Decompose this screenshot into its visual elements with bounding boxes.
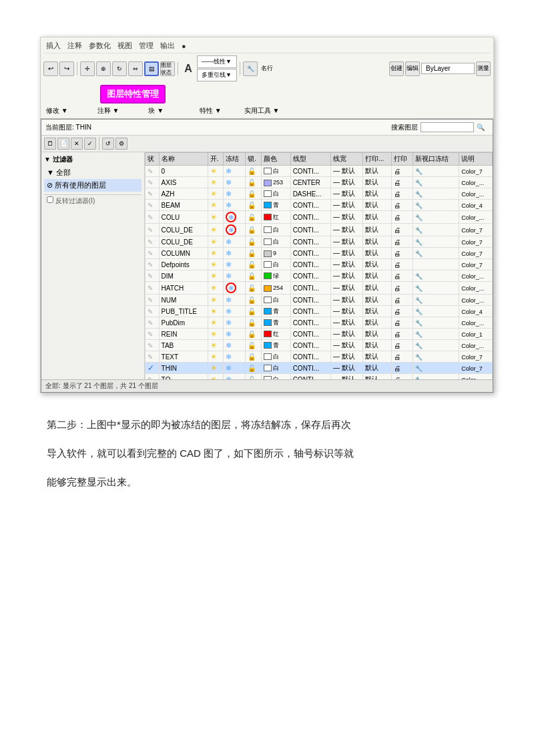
cell-color[interactable]: 253	[262, 177, 291, 188]
cell-linetype[interactable]: CONTI...	[290, 200, 330, 211]
cell-on[interactable]: ☀	[208, 188, 224, 200]
cell-print[interactable]: 🖨	[391, 236, 413, 248]
print-icon[interactable]: 🖨	[394, 190, 400, 198]
new-vp-icon[interactable]: 🔧	[415, 365, 423, 372]
cell-freeze[interactable]: ❄	[224, 188, 246, 200]
cell-linewidth[interactable]: — 默认	[330, 188, 362, 200]
cell-new-vp[interactable]: 🔧	[413, 166, 459, 177]
col-desc[interactable]: 说明	[459, 153, 493, 166]
cell-new-vp[interactable]: 🔧	[413, 188, 459, 200]
freeze-icon[interactable]: ❄	[226, 364, 232, 372]
cell-linetype[interactable]: CONTI...	[290, 224, 330, 236]
cell-new-vp[interactable]: 🔧	[413, 374, 459, 380]
cell-new-vp[interactable]: 🔧	[413, 329, 459, 340]
lock-icon[interactable]: 🔓	[248, 226, 256, 234]
cell-color[interactable]: 白	[262, 259, 291, 270]
cell-color[interactable]: 白	[262, 295, 291, 306]
cell-linetype[interactable]: CONTI...	[290, 211, 330, 224]
cell-color[interactable]: 254	[262, 282, 291, 295]
new-vp-icon[interactable]: 🔧	[415, 331, 423, 338]
color-swatch[interactable]	[264, 272, 272, 279]
cell-new-vp[interactable]: 🔧	[413, 236, 459, 248]
on-icon[interactable]: ☀	[210, 272, 217, 280]
col-freeze[interactable]: 冻结	[224, 153, 246, 166]
freeze-icon[interactable]: ❄	[226, 375, 232, 380]
print-icon[interactable]: 🖨	[394, 285, 400, 292]
print-icon[interactable]: 🖨	[394, 365, 400, 372]
cell-lock[interactable]: 🔓	[246, 200, 262, 211]
cell-on[interactable]: ☀	[208, 317, 224, 329]
cell-color[interactable]: 红	[262, 211, 291, 224]
new-vp-icon[interactable]: 🔧	[415, 250, 423, 257]
col-new-vp[interactable]: 新视口冻结	[413, 153, 459, 166]
cell-color[interactable]: 白	[262, 166, 291, 177]
print-icon[interactable]: 🖨	[394, 250, 400, 257]
cell-linetype[interactable]: CONTI...	[290, 282, 330, 295]
lock-icon[interactable]: 🔓	[248, 179, 256, 186]
cell-new-vp[interactable]: 🔧	[413, 340, 459, 351]
cell-print[interactable]: 🖨	[391, 282, 413, 295]
freeze-icon-highlighted[interactable]: ❄	[226, 282, 236, 293]
cell-print[interactable]: 🖨	[391, 317, 413, 329]
color-swatch[interactable]	[264, 190, 272, 197]
cell-freeze[interactable]: ❄	[224, 224, 246, 236]
new-vp-icon[interactable]: 🔧	[415, 214, 423, 221]
cell-freeze[interactable]: ❄	[224, 259, 246, 270]
lock-icon[interactable]: 🔓	[248, 319, 256, 327]
print-icon[interactable]: 🖨	[394, 214, 400, 221]
new-vp-icon[interactable]: 🔧	[415, 273, 423, 280]
cell-color[interactable]: 白	[262, 351, 291, 363]
cell-on[interactable]: ☀	[208, 211, 224, 224]
create-btn[interactable]: 创建	[389, 61, 404, 76]
cell-new-vp[interactable]: 🔧	[413, 295, 459, 306]
cell-on[interactable]: ☀	[208, 224, 224, 236]
table-row[interactable]: ✎REIN☀❄🔓红CONTI...— 默认默认🖨🔧Color_1	[146, 329, 493, 340]
cell-linewidth[interactable]: — 默认	[330, 351, 362, 363]
cell-freeze[interactable]: ❄	[224, 236, 246, 248]
lock-icon[interactable]: 🔓	[248, 285, 256, 292]
undo-btn[interactable]: ↩	[43, 61, 58, 76]
color-swatch[interactable]	[264, 261, 272, 268]
print-icon[interactable]: 🖨	[394, 226, 400, 234]
lock-icon[interactable]: 🔓	[248, 331, 256, 338]
color-swatch[interactable]	[264, 353, 272, 360]
cell-color[interactable]: 白	[262, 363, 291, 374]
cell-new-vp[interactable]: 🔧	[413, 270, 459, 282]
cell-linewidth[interactable]: — 默认	[330, 211, 362, 224]
new-vp-icon[interactable]: 🔧	[415, 168, 423, 175]
freeze-icon[interactable]: ❄	[226, 201, 232, 209]
cell-print[interactable]: 🖨	[391, 200, 413, 211]
search-icon[interactable]: 🔍	[477, 124, 485, 131]
new-layer-btn[interactable]: 🗒	[44, 138, 56, 150]
new-vp-icon[interactable]: 🔧	[415, 354, 423, 361]
cell-lock[interactable]: 🔓	[246, 248, 262, 259]
cell-new-vp[interactable]: 🔧	[413, 224, 459, 236]
print-icon[interactable]: 🖨	[394, 272, 400, 280]
color-swatch[interactable]	[264, 250, 272, 257]
cell-on[interactable]: ☀	[208, 329, 224, 340]
cell-color[interactable]: 9	[262, 248, 291, 259]
cell-color[interactable]: 红	[262, 329, 291, 340]
cell-on[interactable]: ☀	[208, 166, 224, 177]
lock-icon[interactable]: 🔓	[248, 238, 256, 246]
print-icon[interactable]: 🖨	[394, 353, 400, 361]
cell-print[interactable]: 🖨	[391, 248, 413, 259]
on-icon[interactable]: ☀	[210, 307, 217, 315]
cell-linetype[interactable]: CONTI...	[290, 236, 330, 248]
new-vp-icon[interactable]: 🔧	[415, 377, 423, 380]
cell-on[interactable]: ☀	[208, 236, 224, 248]
lock-icon[interactable]: 🔓	[248, 250, 256, 257]
print-icon[interactable]: 🖨	[394, 297, 400, 304]
cell-linetype[interactable]: CONTI...	[290, 259, 330, 270]
cell-lock[interactable]: 🔓	[246, 166, 262, 177]
new-vp-icon[interactable]: 🔧	[415, 297, 423, 304]
color-swatch[interactable]	[264, 308, 272, 315]
cell-linewidth[interactable]: — 默认	[330, 374, 362, 380]
freeze-icon[interactable]: ❄	[226, 307, 232, 315]
cell-new-vp[interactable]: 🔧	[413, 351, 459, 363]
table-row[interactable]: ✎Defpoints☀❄🔓白CONTI...— 默认默认🖨Color_7	[146, 259, 493, 270]
print-icon[interactable]: 🖨	[394, 376, 400, 380]
cell-new-vp[interactable]: 🔧	[413, 248, 459, 259]
cell-new-vp[interactable]: 🔧	[413, 317, 459, 329]
table-row[interactable]: ✎COLU_DE☀❄🔓白CONTI...— 默认默认🖨🔧Color_7	[146, 236, 493, 248]
